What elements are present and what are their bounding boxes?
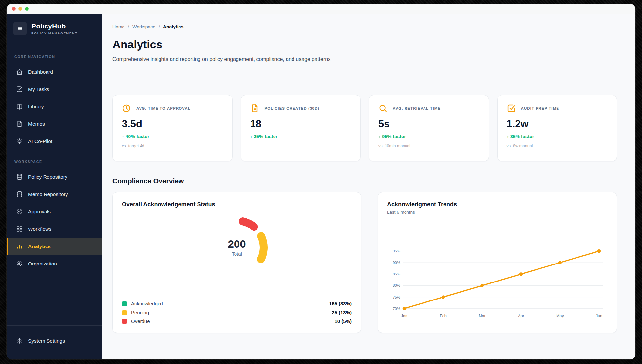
donut-legend: Acknowledged 165 (83%) Pending 25 (13%) …: [122, 301, 352, 324]
sidebar-item-approvals[interactable]: Approvals: [7, 203, 102, 220]
kpi-card-avg-time-to-approval: AVG. TIME TO APPROVAL 3.5d ↑ 40% faster …: [112, 95, 233, 161]
page-subtitle: Comprehensive insights and reporting on …: [112, 56, 617, 62]
sidebar-item-label: Policy Repository: [28, 174, 67, 180]
section-heading-compliance: Compliance Overview: [112, 177, 617, 185]
nav-section-core: CORE NAVIGATION: [7, 45, 102, 63]
grid-icon: [16, 226, 23, 233]
minimize-button[interactable]: [18, 7, 22, 11]
zoom-button[interactable]: [25, 7, 29, 11]
svg-text:Feb: Feb: [440, 314, 447, 318]
database-icon: [16, 173, 23, 181]
donut-arcs: [193, 209, 281, 286]
sidebar-item-memos[interactable]: Memos: [7, 115, 102, 133]
kpi-value: 5s: [378, 118, 480, 130]
users-icon: [16, 260, 23, 267]
svg-text:Jun: Jun: [596, 314, 602, 318]
svg-text:85%: 85%: [393, 272, 400, 276]
kpi-value: 18: [250, 118, 351, 130]
sidebar-item-memo-repository[interactable]: Memo Repository: [7, 186, 102, 203]
kpi-card-avg-retrieval-time: AVG. RETRIEVAL TIME 5s ↑ 95% faster vs. …: [369, 95, 489, 161]
sidebar-item-dashboard[interactable]: Dashboard: [7, 63, 102, 81]
acknowledgement-status-card: Overall Acknowledgement Status 200 Total…: [112, 192, 361, 333]
page-title: Analytics: [112, 38, 617, 51]
trend-chart-title: Acknowledgment Trends: [387, 201, 608, 208]
app-subtitle: POLICY MANAGEMENT: [31, 31, 78, 35]
sidebar-item-library[interactable]: Library: [7, 98, 102, 115]
book-open-icon: [16, 103, 23, 110]
sidebar-item-label: My Tasks: [28, 86, 49, 92]
svg-text:95%: 95%: [393, 249, 400, 253]
charts-row: Overall Acknowledgement Status 200 Total…: [112, 192, 617, 333]
sparkles-icon: [16, 138, 23, 145]
app-title: PolicyHub: [31, 22, 78, 30]
svg-text:Mar: Mar: [479, 314, 485, 318]
kpi-note: vs. 10min manual: [378, 144, 480, 148]
legend-label: Acknowledged: [131, 301, 163, 306]
acknowledged-swatch: [122, 301, 127, 306]
trend-line-chart: 70%75%80%85%90%95%JanFebMarAprMayJun: [387, 244, 608, 324]
sidebar-item-label: Library: [28, 104, 44, 110]
kpi-delta: ↑ 40% faster: [122, 134, 223, 139]
svg-text:90%: 90%: [393, 261, 400, 264]
breadcrumb-separator: /: [128, 24, 129, 29]
trend-chart-plot: 70%75%80%85%90%95%JanFebMarAprMayJun: [387, 244, 608, 324]
breadcrumb: Home / Workspace / Analytics: [112, 24, 617, 29]
settings-icon: [16, 337, 23, 345]
kpi-value: 3.5d: [122, 118, 223, 130]
legend-row-pending: Pending 25 (13%): [122, 310, 352, 315]
sidebar-item-label: Memos: [28, 121, 45, 127]
sidebar-item-system-settings[interactable]: System Settings: [7, 332, 102, 350]
kpi-note: vs. target 4d: [122, 144, 223, 148]
sidebar-item-workflows[interactable]: Workflows: [7, 220, 102, 238]
sidebar-item-label: Analytics: [28, 244, 51, 249]
kpi-delta: ↑ 25% faster: [250, 134, 351, 139]
sidebar-item-organization[interactable]: Organization: [7, 255, 102, 272]
sidebar: PolicyHub POLICY MANAGEMENT CORE NAVIGAT…: [7, 14, 102, 359]
hamburger-menu-icon[interactable]: [13, 22, 27, 35]
kpi-label: AVG. TIME TO APPROVAL: [136, 106, 191, 110]
window-titlebar: [7, 4, 635, 14]
sidebar-item-my-tasks[interactable]: My Tasks: [7, 81, 102, 98]
close-button[interactable]: [12, 7, 16, 11]
pending-swatch: [122, 310, 127, 315]
main-content: Home / Workspace / Analytics Analytics C…: [102, 14, 635, 359]
kpi-label: AUDIT PREP TIME: [521, 106, 559, 110]
breadcrumb-workspace[interactable]: Workspace: [132, 24, 155, 29]
kpi-label: AVG. RETRIEVAL TIME: [393, 106, 441, 110]
trend-chart-subtitle: Last 6 months: [387, 210, 608, 215]
sidebar-item-label: Approvals: [28, 209, 51, 215]
kpi-card-policies-created: POLICIES CREATED (30D) 18 ↑ 25% faster: [241, 95, 361, 161]
search-icon: [378, 104, 387, 113]
legend-row-acknowledged: Acknowledged 165 (83%): [122, 301, 352, 306]
sidebar-footer: System Settings: [7, 325, 102, 359]
sidebar-item-label: System Settings: [28, 338, 65, 344]
legend-value: 165 (83%): [329, 301, 352, 306]
donut-chart-title: Overall Acknowledgement Status: [122, 201, 352, 208]
breadcrumb-separator: /: [159, 24, 160, 29]
bar-chart-icon: [16, 243, 23, 250]
legend-row-overdue: Overdue 10 (5%): [122, 318, 352, 324]
breadcrumb-current: Analytics: [163, 24, 183, 29]
sidebar-item-policy-repository[interactable]: Policy Repository: [7, 168, 102, 186]
kpi-delta: ↑ 95% faster: [378, 134, 480, 139]
sidebar-item-ai-copilot[interactable]: AI Co-Pilot: [7, 133, 102, 150]
breadcrumb-home[interactable]: Home: [112, 24, 124, 29]
home-icon: [16, 68, 23, 76]
svg-text:70%: 70%: [393, 307, 400, 311]
app-window: PolicyHub POLICY MANAGEMENT CORE NAVIGAT…: [7, 4, 635, 359]
svg-text:80%: 80%: [393, 284, 400, 288]
app-logo: PolicyHub POLICY MANAGEMENT: [7, 14, 102, 43]
kpi-row: AVG. TIME TO APPROVAL 3.5d ↑ 40% faster …: [112, 95, 617, 161]
sidebar-item-analytics[interactable]: Analytics: [7, 238, 102, 255]
legend-value: 25 (13%): [332, 310, 352, 315]
file-text-icon: [16, 120, 23, 128]
kpi-note: vs. 8w manual: [507, 144, 608, 148]
svg-text:Jan: Jan: [401, 314, 407, 318]
check-square-icon: [507, 104, 516, 113]
sidebar-nav: CORE NAVIGATION Dashboard My Tasks: [7, 43, 102, 272]
kpi-card-audit-prep-time: AUDIT PREP TIME 1.2w ↑ 85% faster vs. 8w…: [497, 95, 617, 161]
legend-label: Overdue: [131, 318, 150, 324]
check-square-icon: [16, 86, 23, 93]
donut-chart: 200 Total: [193, 209, 281, 286]
clock-icon: [122, 104, 131, 113]
